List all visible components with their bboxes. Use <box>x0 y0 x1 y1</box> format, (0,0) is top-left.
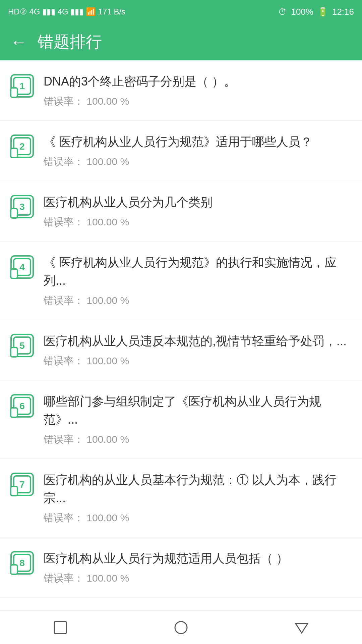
nav-square-button[interactable] <box>47 614 74 641</box>
nav-back-button[interactable] <box>288 614 315 641</box>
list-item[interactable]: 3 医疗机构从业人员分为几个类别 错误率： 100.00 % <box>0 181 362 241</box>
svg-text:8: 8 <box>19 558 25 568</box>
item-error-rate: 错误率： 100.00 % <box>44 354 352 368</box>
status-right: ⏱ 100% 🔋 12:16 <box>278 7 354 17</box>
item-error-rate: 错误率： 100.00 % <box>44 433 352 446</box>
item-error-rate: 错误率： 100.00 % <box>44 155 352 169</box>
item-error-rate: 错误率： 100.00 % <box>44 294 352 308</box>
svg-text:1: 1 <box>19 81 25 91</box>
svg-text:5: 5 <box>19 340 25 351</box>
list-item[interactable]: 1 DNA的3个终止密码子分别是（ ）。 错误率： 100.00 % <box>0 60 362 121</box>
item-content: 医疗机构从业人员违反本规范的,视情节轻重给予处罚，... 错误率： 100.00… <box>44 332 352 368</box>
page-title: 错题排行 <box>38 31 102 53</box>
rank-icon-4: 4 <box>10 255 34 279</box>
item-content: DNA的3个终止密码子分别是（ ）。 错误率： 100.00 % <box>44 72 352 108</box>
nav-home-button[interactable] <box>168 614 194 641</box>
rank-icon-6: 6 <box>10 394 34 418</box>
svg-text:6: 6 <box>19 401 25 411</box>
item-question: 医疗机构的从业人员基本行为规范：① 以人为本，践行宗... <box>44 471 352 507</box>
status-signal: HD② 4G ▮▮▮ 4G ▮▮▮ 📶 171 B/s <box>8 7 125 16</box>
item-content: 医疗机构从业人员分为几个类别 错误率： 100.00 % <box>44 193 352 229</box>
alarm-icon: ⏱ <box>278 7 287 17</box>
item-question: DNA的3个终止密码子分别是（ ）。 <box>44 72 352 91</box>
triangle-icon <box>293 619 310 636</box>
item-error-rate: 错误率： 100.00 % <box>44 572 352 585</box>
item-question: 医疗机构从业人员行为规范适用人员包括（ ） <box>44 549 352 568</box>
svg-text:3: 3 <box>19 202 25 212</box>
svg-text:7: 7 <box>19 479 25 490</box>
circle-icon <box>172 619 190 636</box>
item-error-rate: 错误率： 100.00 % <box>44 95 352 108</box>
svg-rect-7 <box>11 149 17 157</box>
svg-point-46 <box>175 622 187 634</box>
list-item[interactable]: 2 《 医疗机构从业人员行为规范》适用于哪些人员？ 错误率： 100.00 % <box>0 121 362 181</box>
svg-rect-32 <box>11 487 17 495</box>
rank-icon-7: 7 <box>10 472 34 496</box>
svg-rect-27 <box>11 409 17 417</box>
rank-icon-1: 1 <box>10 74 34 98</box>
rank-icon-3: 3 <box>10 195 34 219</box>
svg-rect-45 <box>54 622 66 634</box>
square-icon <box>52 619 69 636</box>
item-content: 医疗机构从业人员行为规范适用人员包括（ ） 错误率： 100.00 % <box>44 549 352 585</box>
list-item[interactable]: 6 哪些部门参与组织制定了《医疗机构从业人员行为规范》... 错误率： 100.… <box>0 380 362 459</box>
svg-marker-47 <box>296 624 308 633</box>
item-question: 医疗机构从业人员分为几个类别 <box>44 193 352 211</box>
list-item[interactable]: 4 《 医疗机构从业人员行为规范》的执行和实施情况，应列... 错误率： 100… <box>0 241 362 320</box>
rank-icon-8: 8 <box>10 551 34 575</box>
item-question: 医疗机构从业人员违反本规范的,视情节轻重给予处罚，... <box>44 332 352 350</box>
rank-icon-2: 2 <box>10 134 34 158</box>
bottom-nav <box>0 610 362 644</box>
item-content: 医疗机构的从业人员基本行为规范：① 以人为本，践行宗... 错误率： 100.0… <box>44 471 352 525</box>
item-content: 哪些部门参与组织制定了《医疗机构从业人员行为规范》... 错误率： 100.00… <box>44 392 352 446</box>
svg-rect-37 <box>11 566 17 574</box>
svg-text:2: 2 <box>19 141 25 152</box>
battery-icon: 🔋 <box>317 7 328 17</box>
list-item[interactable]: 8 医疗机构从业人员行为规范适用人员包括（ ） 错误率： 100.00 % <box>0 537 362 598</box>
svg-text:4: 4 <box>19 262 25 272</box>
svg-rect-12 <box>11 209 17 218</box>
item-error-rate: 错误率： 100.00 % <box>44 511 352 525</box>
status-bar: HD② 4G ▮▮▮ 4G ▮▮▮ 📶 171 B/s ⏱ 100% 🔋 12:… <box>0 0 362 23</box>
clock-time: 12:16 <box>332 7 354 17</box>
svg-rect-17 <box>11 270 17 278</box>
item-question: 《 医疗机构从业人员行为规范》适用于哪些人员？ <box>44 133 352 151</box>
list-item[interactable]: 7 医疗机构的从业人员基本行为规范：① 以人为本，践行宗... 错误率： 100… <box>0 459 362 537</box>
status-left: HD② 4G ▮▮▮ 4G ▮▮▮ 📶 171 B/s <box>8 7 125 16</box>
back-button[interactable]: ← <box>10 33 27 51</box>
list-item[interactable]: 5 医疗机构从业人员违反本规范的,视情节轻重给予处罚，... 错误率： 100.… <box>0 320 362 380</box>
battery-text: 100% <box>291 7 313 17</box>
item-content: 《 医疗机构从业人员行为规范》适用于哪些人员？ 错误率： 100.00 % <box>44 133 352 169</box>
app-bar: ← 错题排行 <box>0 23 362 60</box>
item-question: 《 医疗机构从业人员行为规范》的执行和实施情况，应列... <box>44 254 352 290</box>
svg-rect-2 <box>11 89 17 97</box>
question-list: 1 DNA的3个终止密码子分别是（ ）。 错误率： 100.00 % 2 《 医… <box>0 60 362 644</box>
item-content: 《 医疗机构从业人员行为规范》的执行和实施情况，应列... 错误率： 100.0… <box>44 254 352 308</box>
item-question: 哪些部门参与组织制定了《医疗机构从业人员行为规范》... <box>44 392 352 429</box>
rank-icon-5: 5 <box>10 333 34 358</box>
item-error-rate: 错误率： 100.00 % <box>44 215 352 229</box>
svg-rect-22 <box>11 348 17 357</box>
